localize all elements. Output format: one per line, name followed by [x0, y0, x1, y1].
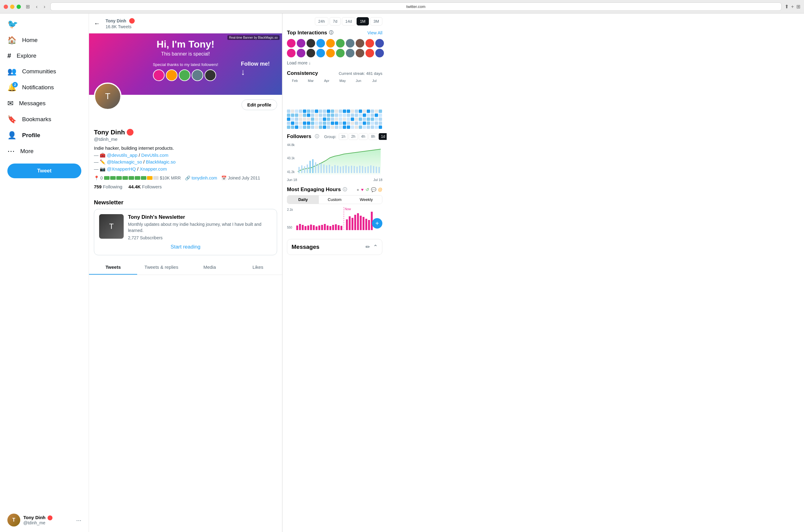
followers-stat[interactable]: 44.4K Followers [129, 184, 162, 189]
maximize-button[interactable] [17, 5, 21, 9]
sidebar-item-profile[interactable]: 👤 Profile [4, 127, 85, 143]
interaction-avatar[interactable] [336, 49, 344, 57]
group-8h-btn[interactable]: 8h [369, 133, 377, 140]
group-2h-btn[interactable]: 2h [349, 133, 357, 140]
interaction-avatar[interactable] [297, 49, 305, 57]
sidebar-item-label: Profile [22, 132, 40, 139]
tab-tweets[interactable]: Tweets [89, 260, 137, 274]
blackmagic-so-link[interactable]: BlackMagic.so [146, 159, 175, 165]
engaging-chart-container: 2.1k 550 Now [287, 207, 382, 235]
engaging-bar [327, 226, 329, 230]
grid-button[interactable]: ⊞ [796, 4, 800, 10]
profile-name-row: Tony Dinh [94, 129, 277, 136]
new-tab-button[interactable]: + [791, 4, 794, 10]
mrr-progress-bar [104, 176, 158, 180]
interaction-avatar[interactable] [287, 49, 296, 57]
sidebar-item-explore[interactable]: # Explore [4, 48, 85, 63]
tweet-button[interactable]: Tweet [7, 164, 81, 178]
time-7d-button[interactable]: 7d [330, 17, 341, 25]
minimize-button[interactable] [10, 5, 14, 9]
devutils-app-link[interactable]: @devutils_app [107, 152, 137, 158]
interaction-avatar[interactable] [336, 39, 344, 48]
sidebar-item-communities[interactable]: 👥 Communities [4, 63, 85, 79]
plus-button[interactable]: + [372, 218, 382, 229]
load-more-link[interactable]: Load more ↓ [287, 60, 382, 65]
sidebar-item-home[interactable]: 🏠 Home [4, 32, 85, 48]
edit-profile-button[interactable]: Edit profile [242, 99, 277, 110]
engaging-info-icon[interactable]: ⓘ [343, 187, 347, 192]
group-1d-btn[interactable]: 1d [379, 133, 387, 140]
sidebar-item-messages[interactable]: ✉ Messages [4, 95, 85, 111]
interaction-avatar[interactable] [346, 49, 354, 57]
joined-meta: 📅 Joined July 2011 [221, 175, 260, 180]
engaging-bar [354, 215, 356, 230]
xnapper-link[interactable]: @XnapperHQ [107, 166, 136, 171]
interactions-info-icon[interactable]: ⓘ [329, 30, 333, 36]
xnapper-com-link[interactable]: Xnapper.com [139, 166, 167, 171]
tab-likes[interactable]: Likes [234, 260, 282, 274]
time-14d-button[interactable]: 14d [342, 17, 355, 25]
devutils-link[interactable]: DevUtils.com [141, 152, 168, 158]
interaction-avatar[interactable] [297, 39, 305, 48]
followers-info-icon[interactable]: ⓘ [315, 134, 319, 139]
start-reading-button[interactable]: Start reading [99, 240, 272, 250]
interaction-avatar[interactable] [375, 49, 384, 57]
interactions-grid [287, 39, 382, 57]
group-1h-btn[interactable]: 1h [339, 133, 348, 140]
mrr-seg [147, 176, 152, 180]
interaction-avatar[interactable] [326, 49, 335, 57]
tab-tweets-replies[interactable]: Tweets & replies [137, 260, 185, 274]
daily-tab-custom[interactable]: Custom [319, 195, 351, 204]
share-button[interactable]: ⬆ [785, 4, 789, 10]
close-button[interactable] [4, 5, 8, 9]
compose-message-icon[interactable]: ✏ [366, 244, 370, 250]
following-stat[interactable]: 759 Following [94, 184, 123, 189]
collapse-messages-icon[interactable]: ⌃ [373, 244, 378, 250]
mrr-seg [135, 176, 140, 180]
user-footer[interactable]: T Tony Dinh @tdinh_me ··· [4, 511, 85, 530]
engaging-bar [352, 218, 354, 230]
chart-bar [370, 165, 372, 173]
interaction-avatar[interactable] [375, 39, 384, 48]
daily-tabs: Daily Custom Weekly [287, 195, 382, 204]
view-all-link[interactable]: View All [367, 31, 382, 35]
group-4h-btn[interactable]: 4h [359, 133, 368, 140]
back-button[interactable]: ‹ [34, 3, 39, 10]
engaging-bar [321, 225, 323, 230]
newsletter-image: T [99, 214, 124, 239]
interaction-avatar[interactable] [287, 39, 296, 48]
back-arrow-button[interactable]: ← [94, 20, 100, 27]
interaction-avatar[interactable] [346, 39, 354, 48]
interaction-avatar[interactable] [306, 39, 315, 48]
forward-button[interactable]: › [42, 3, 47, 10]
time-24h-button[interactable]: 24h [315, 17, 328, 25]
interaction-avatar[interactable] [356, 49, 364, 57]
daily-tab-weekly[interactable]: Weekly [351, 195, 382, 204]
time-1m-button[interactable]: 1M [357, 17, 369, 25]
chart-x-label: Jul 18 [373, 178, 382, 182]
interaction-avatar[interactable] [316, 39, 325, 48]
banner-avatar [204, 69, 216, 81]
daily-tab-daily[interactable]: Daily [287, 195, 319, 204]
sidebar-item-notifications[interactable]: 🔔 2 Notifications [4, 79, 85, 95]
time-3m-button[interactable]: 3M [370, 17, 382, 25]
tab-media[interactable]: Media [186, 260, 234, 274]
blackmagic-link[interactable]: @blackmagic_so [107, 159, 142, 165]
address-bar[interactable]: twitter.com [50, 2, 782, 11]
interaction-avatar[interactable] [326, 39, 335, 48]
interaction-avatar[interactable] [316, 49, 325, 57]
interaction-avatar[interactable] [366, 49, 374, 57]
sidebar-toggle[interactable]: ⊞ [24, 3, 32, 10]
sidebar-item-bookmarks[interactable]: 🔖 Bookmarks [4, 111, 85, 127]
month-labels: Feb Mar Apr May Jun Jul [287, 79, 382, 82]
twitter-logo[interactable]: 🐦 [4, 16, 85, 32]
user-more-icon[interactable]: ··· [76, 517, 81, 524]
interaction-avatar[interactable] [356, 39, 364, 48]
sidebar-item-more[interactable]: ⋯ More [4, 143, 85, 159]
interaction-avatar[interactable] [366, 39, 374, 48]
website-link[interactable]: tonydinh.com [191, 175, 217, 180]
group-buttons: 1h 2h 4h 8h 1d [339, 133, 387, 140]
banner-follower-avatars [153, 69, 218, 81]
interaction-avatar[interactable] [306, 49, 315, 57]
newsletter-desc: Monthly updates about my indie hacking j… [128, 222, 272, 233]
